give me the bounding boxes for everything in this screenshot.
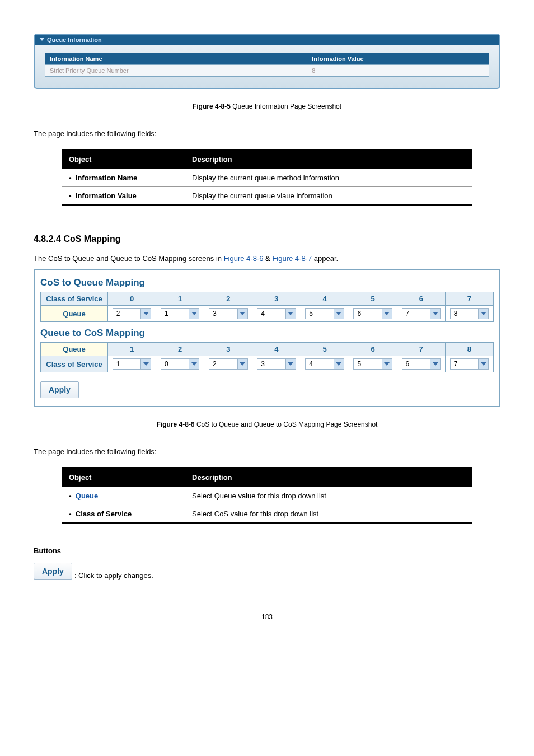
table-row: • Information Name Display the current q…: [62, 169, 472, 187]
select-value: 2: [116, 310, 120, 318]
object-label: Information Name: [76, 174, 138, 182]
svg-marker-12: [288, 362, 293, 366]
description-header: Description: [185, 150, 472, 169]
apply-button-doc[interactable]: Apply: [34, 563, 72, 580]
info-name-cell: Strict Priority Queue Number: [45, 65, 307, 77]
figure-label: Figure 4-8-5: [193, 102, 231, 110]
queue-select-4[interactable]: 5: [305, 308, 344, 319]
select-value: 6: [406, 360, 410, 368]
chevron-down-icon: [430, 359, 440, 369]
svg-marker-8: [481, 312, 486, 315]
cos-select-3[interactable]: 2: [209, 358, 247, 370]
svg-marker-3: [240, 312, 245, 315]
object-header: Object: [62, 150, 185, 169]
svg-marker-14: [384, 362, 390, 366]
select-value: 3: [261, 360, 265, 368]
queue-information-title: Queue Information: [47, 36, 102, 43]
description-header: Description: [185, 468, 472, 487]
intro-suffix: appear.: [312, 254, 338, 263]
info-value-header: Information Value: [307, 53, 489, 65]
queue-to-cos-title: Queue to CoS Mapping: [40, 328, 494, 339]
col-header: 0: [108, 292, 156, 306]
svg-marker-1: [143, 312, 149, 315]
col-header: 1: [156, 292, 204, 306]
queue-select-1[interactable]: 1: [161, 308, 199, 319]
cos-select-7[interactable]: 6: [402, 358, 441, 370]
queue-select-3[interactable]: 4: [257, 308, 296, 319]
cos-select-5[interactable]: 4: [305, 358, 344, 370]
cos-select-2[interactable]: 0: [161, 358, 199, 370]
select-value: 6: [357, 310, 361, 318]
description-cell: Select Queue value for this drop down li…: [185, 487, 472, 505]
select-value: 5: [309, 310, 313, 318]
chevron-down-icon: [189, 359, 199, 369]
cos-select-8[interactable]: 7: [450, 358, 489, 370]
queue-select-6[interactable]: 7: [402, 308, 441, 319]
select-value: 7: [454, 360, 458, 368]
svg-marker-10: [191, 362, 197, 366]
queue-select-7[interactable]: 8: [450, 308, 489, 319]
table-header-row: Object Description: [62, 150, 472, 169]
description-cell: Display the current queue method informa…: [185, 169, 472, 187]
select-value: 2: [213, 360, 217, 368]
object-header: Object: [62, 468, 185, 487]
col-header: 5: [349, 292, 397, 306]
svg-marker-0: [39, 38, 45, 41]
apply-description: : Click to apply changes.: [74, 571, 153, 580]
figure-4-8-6-caption: Figure 4-8-6 CoS to Queue and Queue to C…: [34, 421, 500, 428]
section-heading: 4.8.2.4 CoS Mapping: [34, 234, 500, 244]
buttons-row: Apply : Click to apply changes.: [34, 559, 500, 580]
chevron-down-icon: [334, 309, 344, 319]
object-cell: • Queue: [62, 487, 185, 505]
svg-marker-4: [288, 312, 293, 315]
queue-select-2[interactable]: 3: [209, 308, 247, 319]
svg-marker-13: [336, 362, 341, 366]
table-header-row: Queue 1 2 3 4 5 6 7 8: [41, 343, 494, 356]
figure-text: Queue Information Page Screenshot: [232, 102, 341, 110]
col-header: 6: [349, 343, 397, 356]
cos-mapping-panel: CoS to Queue Mapping Class of Service 0 …: [34, 269, 500, 407]
queue-select-0[interactable]: 2: [113, 308, 151, 319]
svg-marker-16: [481, 362, 486, 366]
queue-row-header: Queue: [41, 343, 108, 356]
chevron-down-icon: [140, 359, 151, 369]
svg-marker-11: [240, 362, 245, 366]
select-value: 3: [213, 310, 217, 318]
description-table-1: Object Description • Information Name Di…: [62, 149, 472, 206]
col-header: 3: [204, 343, 252, 356]
queue-information-header[interactable]: Queue Information: [35, 35, 499, 45]
svg-marker-7: [433, 312, 438, 315]
col-header: 5: [301, 343, 349, 356]
cos-to-queue-table: Class of Service 0 1 2 3 4 5 6 7 Queue 2…: [40, 292, 494, 322]
svg-marker-2: [191, 312, 197, 315]
queue-to-cos-table: Queue 1 2 3 4 5 6 7 8 Class of Service 1…: [40, 342, 494, 372]
svg-marker-5: [336, 312, 341, 315]
col-header: 4: [301, 292, 349, 306]
section-intro-text: The CoS to Queue and Queue to CoS Mappin…: [34, 254, 500, 263]
object-label: Class of Service: [76, 510, 132, 518]
page-includes-text: The page includes the following fields:: [34, 129, 500, 138]
chevron-down-icon: [478, 359, 488, 369]
select-value: 5: [357, 360, 361, 368]
table-row: • Queue Select Queue value for this drop…: [62, 487, 472, 505]
object-cell: • Class of Service: [62, 505, 185, 524]
cos-select-1[interactable]: 1: [113, 358, 151, 370]
apply-button[interactable]: Apply: [40, 381, 79, 398]
col-header: 6: [397, 292, 445, 306]
table-header-row: Object Description: [62, 468, 472, 487]
section-title: CoS Mapping: [63, 234, 120, 244]
select-value: 0: [165, 360, 168, 368]
figure-link-4-8-6[interactable]: Figure 4-8-6: [224, 254, 264, 263]
col-header: 4: [252, 343, 301, 356]
table-row: Queue 2 1 3 4 5 6 7 8: [41, 306, 494, 322]
chevron-down-icon: [237, 359, 247, 369]
cos-select-4[interactable]: 3: [257, 358, 296, 370]
chevron-down-icon: [285, 359, 296, 369]
queue-select-5[interactable]: 6: [353, 308, 392, 319]
figure-link-4-8-7[interactable]: Figure 4-8-7: [272, 254, 312, 263]
chevron-down-icon: [430, 309, 440, 319]
intro-prefix: The CoS to Queue and Queue to CoS Mappin…: [34, 254, 224, 263]
page-number: 183: [34, 613, 500, 621]
cos-select-6[interactable]: 5: [353, 358, 392, 370]
object-label: Queue: [76, 492, 98, 500]
